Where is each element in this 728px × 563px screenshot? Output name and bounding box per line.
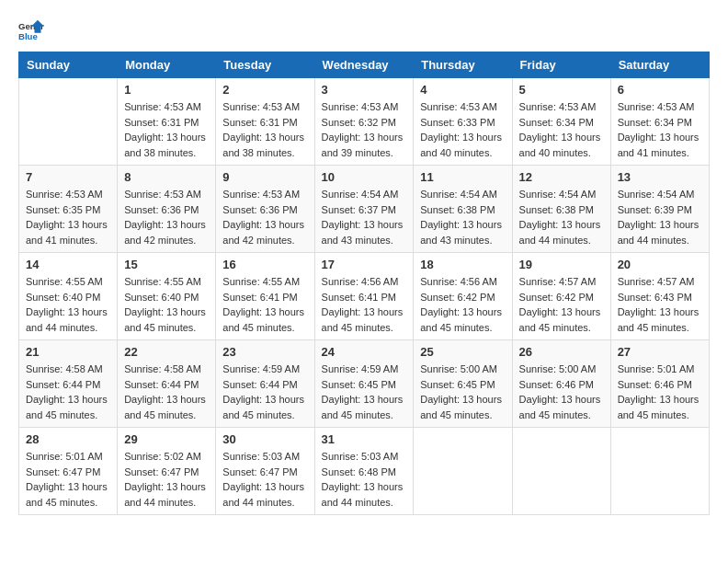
calendar: SundayMondayTuesdayWednesdayThursdayFrid…	[18, 52, 710, 515]
calendar-cell: 10 Sunrise: 4:54 AMSunset: 6:37 PMDaylig…	[314, 166, 414, 253]
calendar-cell: 5 Sunrise: 4:53 AMSunset: 6:34 PMDayligh…	[512, 78, 610, 166]
day-info: Sunrise: 4:53 AMSunset: 6:36 PMDaylight:…	[222, 187, 307, 247]
calendar-cell: 14 Sunrise: 4:55 AMSunset: 6:40 PMDaylig…	[19, 253, 118, 340]
calendar-cell: 26 Sunrise: 5:00 AMSunset: 6:46 PMDaylig…	[512, 340, 610, 428]
calendar-cell: 30 Sunrise: 5:03 AMSunset: 6:47 PMDaylig…	[216, 428, 314, 515]
day-number: 15	[124, 258, 209, 271]
day-info: Sunrise: 4:56 AMSunset: 6:42 PMDaylight:…	[420, 274, 505, 335]
day-info: Sunrise: 5:03 AMSunset: 6:47 PMDaylight:…	[222, 449, 307, 510]
calendar-cell: 2 Sunrise: 4:53 AMSunset: 6:31 PMDayligh…	[216, 78, 314, 166]
day-number: 7	[26, 170, 110, 184]
day-info: Sunrise: 4:53 AMSunset: 6:32 PMDaylight:…	[322, 99, 407, 160]
calendar-cell: 25 Sunrise: 5:00 AMSunset: 6:45 PMDaylig…	[414, 340, 512, 428]
day-number: 13	[618, 170, 702, 184]
weekday-header-monday: Monday	[118, 52, 216, 78]
day-info: Sunrise: 4:53 AMSunset: 6:34 PMDaylight:…	[618, 99, 702, 160]
calendar-cell: 17 Sunrise: 4:56 AMSunset: 6:41 PMDaylig…	[314, 253, 414, 340]
calendar-cell: 1 Sunrise: 4:53 AMSunset: 6:31 PMDayligh…	[118, 78, 216, 166]
day-info: Sunrise: 4:58 AMSunset: 6:44 PMDaylight:…	[26, 362, 110, 422]
calendar-cell	[19, 78, 118, 166]
day-number: 22	[124, 345, 209, 359]
day-info: Sunrise: 4:58 AMSunset: 6:44 PMDaylight:…	[124, 362, 209, 422]
weekday-header-sunday: Sunday	[19, 52, 118, 78]
day-number: 4	[420, 83, 505, 97]
day-number: 20	[618, 258, 702, 271]
day-number: 16	[222, 258, 307, 271]
day-number: 11	[420, 170, 505, 184]
day-info: Sunrise: 5:03 AMSunset: 6:48 PMDaylight:…	[322, 449, 407, 510]
calendar-cell: 6 Sunrise: 4:53 AMSunset: 6:34 PMDayligh…	[610, 78, 709, 166]
calendar-cell: 28 Sunrise: 5:01 AMSunset: 6:47 PMDaylig…	[19, 428, 118, 515]
calendar-cell: 23 Sunrise: 4:59 AMSunset: 6:44 PMDaylig…	[216, 340, 314, 428]
calendar-cell: 20 Sunrise: 4:57 AMSunset: 6:43 PMDaylig…	[610, 253, 709, 340]
day-number: 27	[618, 345, 702, 359]
calendar-cell: 13 Sunrise: 4:54 AMSunset: 6:39 PMDaylig…	[610, 166, 709, 253]
day-info: Sunrise: 4:59 AMSunset: 6:45 PMDaylight:…	[322, 362, 407, 422]
day-info: Sunrise: 4:53 AMSunset: 6:34 PMDaylight:…	[519, 99, 604, 160]
day-number: 25	[420, 345, 505, 359]
day-info: Sunrise: 4:54 AMSunset: 6:38 PMDaylight:…	[519, 187, 604, 247]
logo: General Blue	[18, 18, 44, 44]
day-info: Sunrise: 4:56 AMSunset: 6:41 PMDaylight:…	[322, 274, 407, 335]
day-info: Sunrise: 4:55 AMSunset: 6:40 PMDaylight:…	[26, 274, 110, 335]
day-info: Sunrise: 4:55 AMSunset: 6:41 PMDaylight:…	[222, 274, 307, 335]
weekday-header-saturday: Saturday	[610, 52, 709, 78]
weekday-header-thursday: Thursday	[414, 52, 512, 78]
calendar-cell: 18 Sunrise: 4:56 AMSunset: 6:42 PMDaylig…	[414, 253, 512, 340]
calendar-cell: 11 Sunrise: 4:54 AMSunset: 6:38 PMDaylig…	[414, 166, 512, 253]
day-number: 2	[222, 83, 307, 97]
day-info: Sunrise: 5:00 AMSunset: 6:46 PMDaylight:…	[519, 362, 604, 422]
day-number: 23	[222, 345, 307, 359]
day-info: Sunrise: 5:02 AMSunset: 6:47 PMDaylight:…	[124, 449, 209, 510]
day-info: Sunrise: 4:53 AMSunset: 6:35 PMDaylight:…	[26, 187, 110, 247]
calendar-cell: 27 Sunrise: 5:01 AMSunset: 6:46 PMDaylig…	[610, 340, 709, 428]
day-number: 18	[420, 258, 505, 271]
day-number: 31	[322, 432, 407, 446]
day-number: 1	[124, 83, 209, 97]
calendar-cell: 22 Sunrise: 4:58 AMSunset: 6:44 PMDaylig…	[118, 340, 216, 428]
day-number: 10	[322, 170, 407, 184]
day-info: Sunrise: 4:57 AMSunset: 6:43 PMDaylight:…	[618, 274, 702, 335]
day-number: 3	[322, 83, 407, 97]
calendar-cell	[610, 428, 709, 515]
calendar-cell: 16 Sunrise: 4:55 AMSunset: 6:41 PMDaylig…	[216, 253, 314, 340]
day-number: 8	[124, 170, 209, 184]
calendar-cell: 7 Sunrise: 4:53 AMSunset: 6:35 PMDayligh…	[19, 166, 118, 253]
day-number: 21	[26, 345, 110, 359]
weekday-header-friday: Friday	[512, 52, 610, 78]
day-info: Sunrise: 4:54 AMSunset: 6:38 PMDaylight:…	[420, 187, 505, 247]
day-info: Sunrise: 4:57 AMSunset: 6:42 PMDaylight:…	[519, 274, 604, 335]
day-info: Sunrise: 5:01 AMSunset: 6:46 PMDaylight:…	[618, 362, 702, 422]
day-info: Sunrise: 4:53 AMSunset: 6:33 PMDaylight:…	[420, 99, 505, 160]
day-info: Sunrise: 5:01 AMSunset: 6:47 PMDaylight:…	[26, 449, 110, 510]
calendar-cell: 24 Sunrise: 4:59 AMSunset: 6:45 PMDaylig…	[314, 340, 414, 428]
day-number: 5	[519, 83, 604, 97]
calendar-cell: 21 Sunrise: 4:58 AMSunset: 6:44 PMDaylig…	[19, 340, 118, 428]
calendar-cell	[512, 428, 610, 515]
day-number: 9	[222, 170, 307, 184]
day-info: Sunrise: 4:54 AMSunset: 6:37 PMDaylight:…	[322, 187, 407, 247]
weekday-header-wednesday: Wednesday	[314, 52, 414, 78]
day-number: 24	[322, 345, 407, 359]
day-number: 29	[124, 432, 209, 446]
calendar-cell: 19 Sunrise: 4:57 AMSunset: 6:42 PMDaylig…	[512, 253, 610, 340]
day-info: Sunrise: 4:53 AMSunset: 6:36 PMDaylight:…	[124, 187, 209, 247]
day-number: 14	[26, 258, 110, 271]
day-number: 26	[519, 345, 604, 359]
calendar-cell: 12 Sunrise: 4:54 AMSunset: 6:38 PMDaylig…	[512, 166, 610, 253]
day-number: 17	[322, 258, 407, 271]
day-info: Sunrise: 4:53 AMSunset: 6:31 PMDaylight:…	[222, 99, 307, 160]
calendar-cell: 3 Sunrise: 4:53 AMSunset: 6:32 PMDayligh…	[314, 78, 414, 166]
day-number: 30	[222, 432, 307, 446]
calendar-cell	[414, 428, 512, 515]
calendar-cell: 4 Sunrise: 4:53 AMSunset: 6:33 PMDayligh…	[414, 78, 512, 166]
weekday-header-tuesday: Tuesday	[216, 52, 314, 78]
calendar-cell: 8 Sunrise: 4:53 AMSunset: 6:36 PMDayligh…	[118, 166, 216, 253]
logo-icon: General Blue	[18, 18, 44, 44]
calendar-cell: 31 Sunrise: 5:03 AMSunset: 6:48 PMDaylig…	[314, 428, 414, 515]
day-number: 28	[26, 432, 110, 446]
calendar-cell: 15 Sunrise: 4:55 AMSunset: 6:40 PMDaylig…	[118, 253, 216, 340]
day-info: Sunrise: 4:53 AMSunset: 6:31 PMDaylight:…	[124, 99, 209, 160]
day-number: 6	[618, 83, 702, 97]
day-info: Sunrise: 5:00 AMSunset: 6:45 PMDaylight:…	[420, 362, 505, 422]
